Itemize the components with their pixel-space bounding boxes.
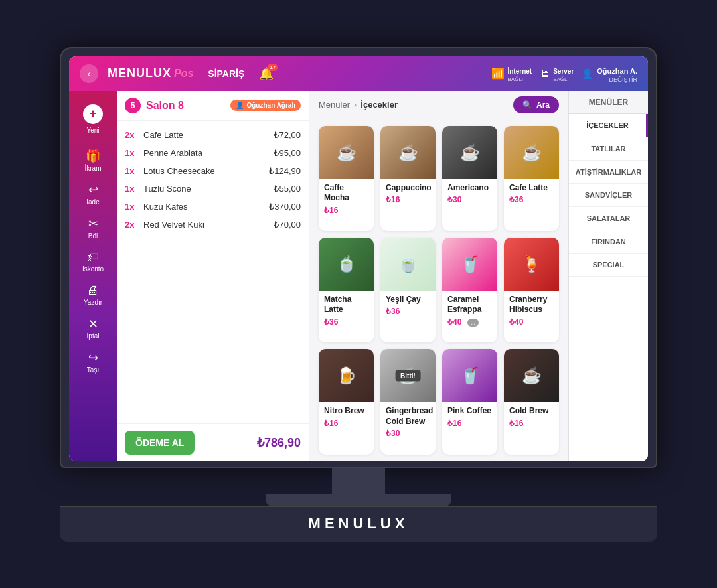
action-ikram[interactable]: 🎁 İkram	[73, 145, 113, 176]
menu-card[interactable]: 🥤 Caramel Esfrappa ₺40 ...	[442, 238, 497, 342]
card-image-wrapper: ☕ Bitti!	[380, 349, 436, 402]
user-change: DEĞİŞTİR	[597, 76, 637, 83]
menu-card[interactable]: ☕ Caffe Mocha ₺16	[319, 126, 374, 231]
action-iade[interactable]: ↩ İade	[73, 179, 113, 210]
bol-icon: ✂	[88, 216, 98, 231]
waiter-name: Oğuzhan Ağralı	[246, 102, 295, 109]
card-price-row: ₺16	[509, 417, 554, 429]
server-label: Server	[553, 68, 574, 75]
card-image-wrapper: ☕	[442, 126, 497, 179]
action-yeni-label: Yeni	[86, 127, 99, 134]
sidebar-category-firindan[interactable]: FIRINDAN	[569, 230, 648, 254]
sidebar-category-special[interactable]: SPECIAL	[569, 254, 648, 277]
logo-pos: Pos	[174, 68, 193, 80]
action-yeni[interactable]: + Yeni	[73, 96, 113, 142]
card-image-wrapper: 🍵	[380, 238, 436, 291]
back-button[interactable]: ‹	[80, 64, 98, 83]
menu-card[interactable]: 🥤 Pink Coffee ₺16	[442, 349, 497, 454]
sidebar-header: MENÜLER	[569, 91, 648, 114]
payment-button[interactable]: ÖDEME AL	[125, 431, 195, 455]
action-iptal[interactable]: ✕ İptal	[73, 313, 113, 344]
card-name: Caramel Esfrappa	[447, 295, 492, 315]
card-body: Cafe Latte ₺36	[504, 179, 559, 211]
order-item-qty: 2x	[125, 130, 143, 140]
internet-label: İnternet	[507, 68, 532, 75]
card-price: ₺36	[386, 307, 400, 316]
order-item[interactable]: 1x Kuzu Kafes ₺370,00	[117, 198, 309, 216]
card-price: ₺16	[509, 419, 523, 428]
menu-area: Menüler › İçecekler 🔍 Ara	[309, 91, 568, 461]
menu-card[interactable]: ☕ Cappuccino ₺16	[380, 126, 436, 231]
breadcrumb: Menüler › İçecekler	[319, 100, 507, 110]
bell-badge: 17	[268, 64, 278, 71]
card-body: Cranberry Hibiscus ₺40	[504, 291, 559, 332]
user-info[interactable]: 👤 Oğuzhan A. DEĞİŞTİR	[582, 64, 637, 83]
card-price: ₺40	[509, 317, 523, 327]
action-yazdir[interactable]: 🖨 Yazdır	[73, 279, 113, 310]
card-image: 🍵	[319, 238, 374, 291]
action-bol[interactable]: ✂ Böl	[73, 212, 113, 244]
card-price: ₺30	[447, 195, 461, 204]
card-body: Caffe Mocha ₺16	[319, 179, 374, 221]
search-label: Ara	[536, 100, 550, 110]
menu-card[interactable]: ☕ Bitti! Gingerbread Cold Brew ₺30	[380, 349, 436, 454]
iade-icon: ↩	[88, 183, 98, 197]
header: ‹ MENULUX Pos SİPARİŞ 🔔 17 📶	[69, 56, 648, 91]
order-header: 5 Salon 8 👤 Oğuzhan Ağralı	[117, 91, 309, 121]
order-panel: 5 Salon 8 👤 Oğuzhan Ağralı 2x Cafe Latte…	[117, 91, 309, 461]
card-name: Cold Brew	[509, 406, 554, 417]
main-layout: + Yeni 🎁 İkram ↩ İade	[69, 91, 648, 461]
action-iskonto-label: İskonto	[82, 265, 104, 273]
sidebar-categories: İÇECEKLERTATLILARATİŞTİRMALIKLARSANDVİÇL…	[569, 114, 648, 277]
menu-card[interactable]: ☕ Cafe Latte ₺36	[504, 126, 559, 231]
menu-card[interactable]: ☕ Americano ₺30	[442, 126, 497, 231]
order-item[interactable]: 2x Cafe Latte ₺72,00	[117, 126, 309, 144]
order-items: 2x Cafe Latte ₺72,00 1x Penne Arabiata ₺…	[117, 121, 309, 423]
action-iptal-label: İptal	[87, 332, 100, 340]
card-image: ☕	[380, 126, 436, 179]
card-price-row: ₺40	[509, 315, 554, 327]
menu-card[interactable]: 🍵 Yeşil Çay ₺36	[380, 238, 436, 342]
order-item[interactable]: 1x Lotus Cheesecake ₺124,90	[117, 162, 309, 180]
card-image: 🍹	[504, 238, 559, 291]
action-tasi[interactable]: ↪ Taşı	[73, 346, 113, 378]
action-iskonto[interactable]: 🏷 İskonto	[73, 246, 113, 277]
right-sidebar: MENÜLER İÇECEKLERTATLILARATİŞTİRMALIKLAR…	[568, 91, 648, 461]
breadcrumb-root[interactable]: Menüler	[319, 100, 350, 110]
card-image: 🥤	[442, 349, 497, 402]
order-footer: ÖDEME AL ₺786,90	[117, 423, 309, 461]
order-item[interactable]: 1x Tuzlu Scone ₺55,00	[117, 180, 309, 198]
search-button[interactable]: 🔍 Ara	[513, 96, 559, 113]
order-item-qty: 2x	[125, 220, 143, 230]
card-image: ☕	[442, 126, 497, 179]
bell-button[interactable]: 🔔 17	[259, 66, 274, 81]
order-item[interactable]: 2x Red Velvet Kuki ₺70,00	[117, 216, 309, 234]
menu-card[interactable]: 🍹 Cranberry Hibiscus ₺40	[504, 238, 559, 342]
card-price-row: ₺36	[386, 305, 430, 317]
card-price-row: ₺16	[447, 417, 492, 429]
card-body: Cappuccino ₺16	[380, 179, 436, 211]
yazdir-icon: 🖨	[87, 283, 99, 297]
table-badge: 5	[125, 98, 141, 113]
sidebar-category-sandvicler[interactable]: SANDVİÇLER	[569, 184, 648, 207]
order-item[interactable]: 1x Penne Arabiata ₺95,00	[117, 144, 309, 162]
menu-card[interactable]: 🍺 Nitro Brew ₺16	[319, 349, 374, 454]
action-ikram-label: İkram	[85, 165, 102, 172]
card-name: Gingerbread Cold Brew	[386, 406, 430, 427]
sidebar-category-atistirmaliklar[interactable]: ATİŞTİRMALIKLAR	[569, 161, 648, 184]
order-item-qty: 1x	[125, 202, 143, 212]
card-name: Cappuccino	[386, 183, 430, 194]
app: ‹ MENULUX Pos SİPARİŞ 🔔 17 📶	[69, 56, 648, 461]
server-sub: BAĞLI	[553, 76, 574, 82]
menu-card[interactable]: 🍵 Matcha Latte ₺36	[319, 238, 374, 342]
sidebar-category-salatalar[interactable]: SALATALAR	[569, 207, 648, 230]
sidebar-category-tatlilar[interactable]: TATLILAR	[569, 137, 648, 161]
card-image: ☕	[504, 126, 559, 179]
menu-card[interactable]: ☕ Cold Brew ₺16	[504, 349, 559, 454]
sidebar-category-icecekler[interactable]: İÇECEKLER	[569, 114, 648, 137]
card-price: ₺16	[324, 419, 338, 428]
order-item-name: Lotus Cheesecake	[143, 166, 269, 176]
header-status: 📶 İnternet BAĞLI 🖥 Server BAĞLI	[491, 64, 637, 83]
waiter-icon: 👤	[236, 102, 244, 109]
order-item-qty: 1x	[125, 166, 143, 176]
